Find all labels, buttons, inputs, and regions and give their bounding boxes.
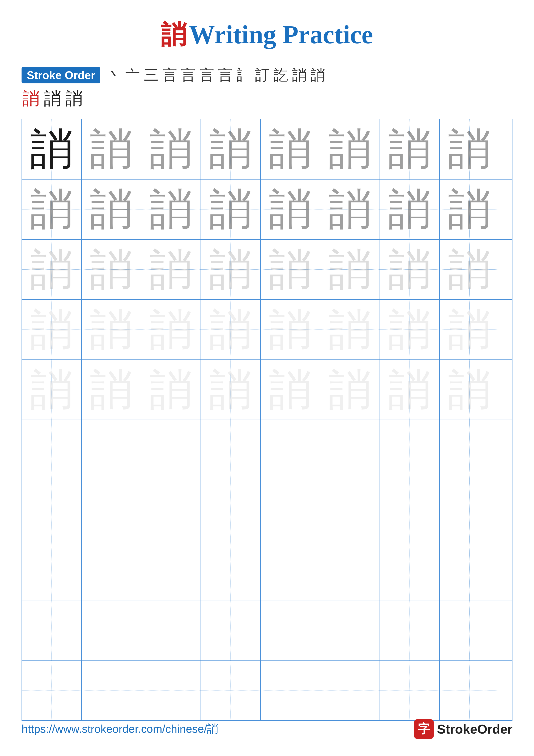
grid-cell[interactable]: 誚 (380, 120, 440, 179)
grid-cell-empty[interactable] (380, 480, 440, 540)
grid-cell-empty[interactable] (320, 480, 380, 540)
footer-logo: 字 (414, 719, 434, 739)
grid-cell[interactable]: 誚 (440, 360, 499, 419)
grid-cell[interactable]: 誚 (440, 240, 499, 299)
stroke-1: 丶 (107, 65, 121, 85)
grid-cell[interactable]: 誚 (380, 360, 440, 419)
grid-cell[interactable]: 誚 (201, 120, 261, 179)
grid-cell-empty[interactable] (261, 540, 320, 600)
grid-row-2: 誚 誚 誚 誚 誚 誚 誚 誚 (22, 179, 512, 240)
grid-cell[interactable]: 誚 (201, 360, 261, 419)
cell-char: 誚 (149, 128, 192, 171)
grid-cell-empty[interactable] (261, 420, 320, 480)
grid-cell[interactable]: 誚 (380, 240, 440, 299)
grid-cell-empty[interactable] (320, 600, 380, 660)
grid-cell-empty[interactable] (82, 420, 141, 480)
grid-cell-empty[interactable] (320, 540, 380, 600)
grid-cell-empty[interactable] (440, 600, 499, 660)
grid-cell-empty[interactable] (201, 540, 261, 600)
cell-char: 誚 (30, 308, 73, 351)
stroke-10: 訖 (273, 65, 288, 85)
grid-cell[interactable]: 誚 (141, 120, 201, 179)
grid-cell-empty[interactable] (320, 661, 380, 720)
grid-cell-empty[interactable] (141, 480, 201, 540)
grid-cell[interactable]: 誚 (82, 360, 141, 419)
grid-cell[interactable]: 誚 (141, 179, 201, 239)
grid-cell-empty[interactable] (82, 480, 141, 540)
cell-char: 誚 (30, 128, 73, 171)
grid-cell-empty[interactable] (201, 480, 261, 540)
grid-cell-empty[interactable] (261, 480, 320, 540)
title-char: 誚 (161, 20, 187, 49)
grid-cell[interactable]: 誚 (261, 300, 320, 360)
grid-cell[interactable]: 誚 (22, 300, 82, 360)
grid-cell-empty[interactable] (201, 661, 261, 720)
grid-cell-empty[interactable] (82, 540, 141, 600)
grid-cell[interactable]: 誚 (201, 240, 261, 299)
grid-cell[interactable]: 誚 (261, 120, 320, 179)
grid-cell-empty[interactable] (261, 661, 320, 720)
grid-row-3: 誚 誚 誚 誚 誚 誚 誚 誚 (22, 240, 512, 300)
grid-cell-empty[interactable] (201, 420, 261, 480)
grid-cell-empty[interactable] (22, 540, 82, 600)
grid-cell-empty[interactable] (380, 420, 440, 480)
grid-cell-empty[interactable] (201, 600, 261, 660)
grid-cell[interactable]: 誚 (261, 240, 320, 299)
grid-cell-empty[interactable] (380, 600, 440, 660)
grid-row-9 (22, 600, 512, 661)
grid-cell[interactable]: 誚 (82, 240, 141, 299)
cell-char: 誚 (388, 368, 431, 411)
grid-row-5: 誚 誚 誚 誚 誚 誚 誚 誚 (22, 360, 512, 420)
grid-cell-empty[interactable] (141, 661, 201, 720)
grid-cell-empty[interactable] (141, 600, 201, 660)
grid-cell[interactable]: 誚 (22, 240, 82, 299)
grid-cell-empty[interactable] (141, 420, 201, 480)
grid-cell[interactable]: 誚 (320, 360, 380, 419)
grid-cell-empty[interactable] (22, 420, 82, 480)
grid-cell-empty[interactable] (141, 540, 201, 600)
grid-cell-empty[interactable] (82, 600, 141, 660)
grid-cell-empty[interactable] (22, 600, 82, 660)
grid-cell[interactable]: 誚 (201, 300, 261, 360)
grid-cell[interactable]: 誚 (261, 360, 320, 419)
grid-cell[interactable]: 誚 (141, 240, 201, 299)
grid-cell-empty[interactable] (440, 540, 499, 600)
stroke-3: 三 (144, 65, 159, 85)
grid-cell[interactable]: 誚 (440, 120, 499, 179)
grid-cell-empty[interactable] (320, 420, 380, 480)
grid-cell-empty[interactable] (440, 480, 499, 540)
cell-char: 誚 (448, 188, 491, 231)
grid-cell-empty[interactable] (261, 600, 320, 660)
grid-cell-empty[interactable] (22, 661, 82, 720)
grid-cell-empty[interactable] (380, 540, 440, 600)
grid-cell[interactable]: 誚 (141, 300, 201, 360)
grid-cell[interactable]: 誚 (440, 179, 499, 239)
cell-char: 誚 (269, 368, 312, 411)
cell-char: 誚 (269, 308, 312, 351)
grid-cell[interactable]: 誚 (82, 120, 141, 179)
grid-cell[interactable]: 誚 (201, 179, 261, 239)
grid-cell[interactable]: 誚 (380, 179, 440, 239)
grid-cell-empty[interactable] (82, 661, 141, 720)
grid-cell-empty[interactable] (440, 661, 499, 720)
grid-cell-empty[interactable] (22, 480, 82, 540)
grid-cell[interactable]: 誚 (320, 120, 380, 179)
grid-cell-empty[interactable] (380, 661, 440, 720)
grid-row-4: 誚 誚 誚 誚 誚 誚 誚 誚 (22, 300, 512, 360)
grid-cell[interactable]: 誚 (22, 120, 82, 179)
grid-cell[interactable]: 誚 (22, 360, 82, 419)
grid-cell[interactable]: 誚 (320, 300, 380, 360)
grid-cell[interactable]: 誚 (380, 300, 440, 360)
grid-cell[interactable]: 誚 (320, 179, 380, 239)
grid-cell[interactable]: 誚 (82, 300, 141, 360)
grid-cell[interactable]: 誚 (320, 240, 380, 299)
cell-char: 誚 (209, 368, 252, 411)
grid-cell[interactable]: 誚 (261, 179, 320, 239)
grid-cell[interactable]: 誚 (440, 300, 499, 360)
grid-cell[interactable]: 誚 (22, 179, 82, 239)
grid-cell-empty[interactable] (440, 420, 499, 480)
stroke-6: 言 (199, 65, 214, 85)
grid-cell[interactable]: 誚 (141, 360, 201, 419)
grid-cell[interactable]: 誚 (82, 179, 141, 239)
cell-char: 誚 (30, 248, 73, 291)
